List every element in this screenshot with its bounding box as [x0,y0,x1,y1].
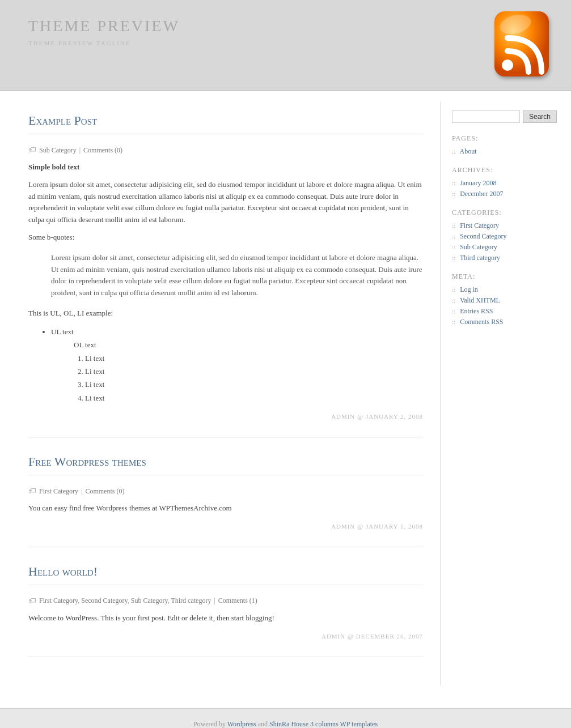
meta-section: Meta: Log in Valid XHTML Entries RSS Com… [452,273,560,326]
post-category-link-2[interactable]: First Category [39,487,78,496]
list-item: About [452,147,560,156]
site-tagline: Theme Preview Tagline [28,40,548,46]
list-item: Log in [452,286,560,294]
ol-text-item: OL text [74,338,423,351]
post-footer-hello: Admin @ December 26, 2007 [28,633,423,640]
archives-section: Archives: January 2008 December 2007 [452,166,560,198]
page-footer: Powered by Wordpress and ShinRa House 3 … [0,708,571,728]
meta-entries-rss-link[interactable]: Entries RSS [460,307,493,315]
pages-section: Pages: About [452,134,560,156]
post-comments-link-3[interactable]: Comments (1) [218,597,257,605]
li-item-1: Li text [85,352,423,365]
post-content-example: Simple bold text Lorem ipsum dolor sit a… [28,161,423,405]
li-item-4: Li text [85,391,423,405]
list-item: Second Category [452,232,560,241]
category-first-link[interactable]: First Category [460,222,499,229]
post-meta-example: 🏷 Sub Category | Comments (0) [28,146,423,155]
pages-list: About [452,147,560,156]
li-item-2: Li text [85,365,423,378]
post-content-hello: Welcome to WordPress. This is your first… [28,612,423,624]
pages-heading: Pages: [452,134,560,143]
svg-point-1 [502,59,513,71]
pages-about-link[interactable]: About [459,147,476,155]
meta-comments-rss-link[interactable]: Comments RSS [460,318,503,326]
site-title: Theme Preview [28,17,548,35]
tag-icon-2: 🏷 [28,487,36,496]
list-item: First Category [452,222,560,230]
li-item-3: Li text [85,378,423,391]
tag-icon-3: 🏷 [28,597,36,606]
footer-wordpress-link[interactable]: Wordpress [227,720,256,728]
post-footer-wordpress: Admin @ January 1, 2008 [28,523,423,530]
tag-icon: 🏷 [28,146,36,155]
list-item: Sub Category [452,243,560,252]
search-input[interactable] [452,110,520,123]
archive-jan-2008-link[interactable]: January 2008 [460,179,496,187]
category-third-link[interactable]: Third category [460,254,500,262]
post-hello-world: Hello world! 🏷 First Category, Second Ca… [28,564,423,657]
footer-text: Powered by [193,720,226,728]
category-sub-link[interactable]: Sub Category [460,243,497,251]
post-categories-hello: First Category, Second Category, Sub Cat… [39,597,211,605]
rss-logo [492,8,554,82]
archives-list: January 2008 December 2007 [452,179,560,198]
post-content-wordpress: You can easy find free Wordpress themes … [28,503,423,514]
category-second-link[interactable]: Second Category [460,232,506,240]
search-form: Search [452,110,560,123]
archive-dec-2007-link[interactable]: December 2007 [460,190,503,198]
categories-list: First Category Second Category Sub Categ… [452,222,560,262]
ul-text-item: UL text [51,325,423,338]
post-meta-hello: 🏷 First Category, Second Category, Sub C… [28,597,423,606]
post-footer-example: Admin @ January 2, 2008 [28,413,423,420]
meta-xhtml-link[interactable]: Valid XHTML [460,296,500,304]
list-item: Comments RSS [452,318,560,326]
post-title-link-example[interactable]: Example Post [28,113,97,127]
categories-section: Categories: First Category Second Catego… [452,208,560,262]
post-comments-link[interactable]: Comments (0) [83,146,122,155]
post-example-post: Example Post 🏷 Sub Category | Comments (… [28,113,423,437]
list-item: January 2008 [452,179,560,188]
categories-heading: Categories: [452,208,560,217]
meta-list: Log in Valid XHTML Entries RSS Comments … [452,286,560,326]
footer-theme-link[interactable]: ShinRa House 3 columns WP templates [269,720,378,728]
post-free-wordpress: Free Wordpress themes 🏷 First Category |… [28,454,423,547]
post-title-link-hello[interactable]: Hello world! [28,564,98,578]
blockquote: Lorem ipsum dolor sit amet, consectetur … [51,249,423,302]
search-button[interactable]: Search [523,110,557,123]
list-item: Valid XHTML [452,296,560,305]
list-item: Entries RSS [452,307,560,316]
post-comments-link-2[interactable]: Comments (0) [85,487,124,496]
list-item: Third category [452,254,560,262]
meta-heading: Meta: [452,273,560,281]
post-title-link-wordpress[interactable]: Free Wordpress themes [28,454,146,469]
list-item: December 2007 [452,190,560,198]
footer-and: and [258,720,268,728]
archives-heading: Archives: [452,166,560,174]
post-meta-wordpress: 🏷 First Category | Comments (0) [28,487,423,496]
post-category-link[interactable]: Sub Category [39,146,77,155]
meta-login-link[interactable]: Log in [460,286,478,293]
